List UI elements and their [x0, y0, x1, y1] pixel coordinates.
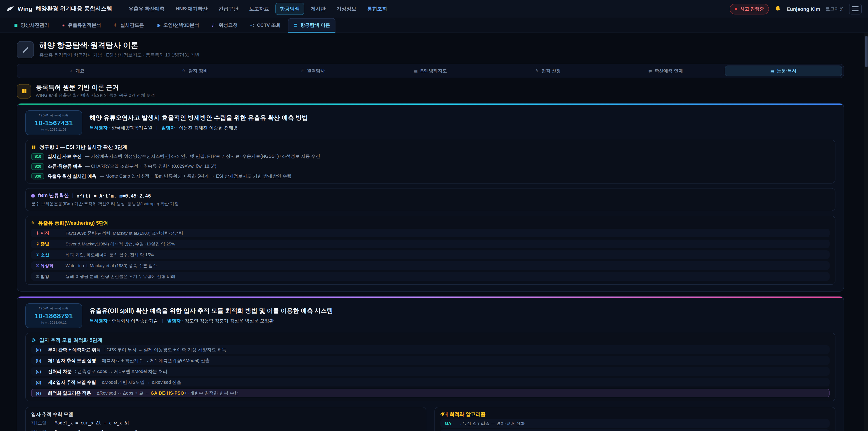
incident-status-label: 사고 진행중 — [740, 6, 764, 12]
patent-number: 10-1868791 — [30, 312, 77, 319]
fbm-bullet-icon — [31, 194, 35, 197]
section-subtitle: WING 탑재 유출유 확산예측 시스템의 특허 원문 2건 전체 분석 — [36, 93, 155, 98]
subnav: ▣ 영상사진관리 ◈ 유출유면적분석 ✈ 실시간드론 ◉ 오염/선박3D분석 ☄… — [0, 18, 868, 33]
user-name[interactable]: Eunjeong Kim — [786, 6, 820, 11]
claim-title: 청구항 1 — ESI 기반 실시간 확산 3단계 — [31, 144, 830, 150]
globe-icon: ◐ — [70, 69, 73, 73]
paper-icon: ▤ — [770, 69, 774, 73]
pencil-small-icon: ✎ — [535, 69, 539, 73]
logout-button[interactable]: 로그아웃 — [826, 6, 844, 12]
book-icon — [17, 84, 31, 98]
tab-papers-patents[interactable]: ▤ 논문·특허 — [724, 66, 842, 76]
nav-item-emergency-rescue[interactable]: 긴급구난 — [214, 3, 243, 15]
logo[interactable]: Wing 해양환경 위기대응 통합시스템 — [6, 5, 112, 13]
fbm-formula: σ²(t) = A·t^m, m=0.45~2.46 — [76, 193, 151, 198]
tab-esi-map[interactable]: ▦ ESI 방제지도 — [372, 66, 489, 76]
algorithm-box: 4대 최적화 알고리즘 GA : 유전 알고리즘 — 변이·교배 진화 DE :… — [434, 407, 835, 431]
plane-icon: ✈ — [182, 69, 186, 73]
claim-step-s30: S30 유출유 확산 실시간 예측 — Monte Carlo 입자추적 + f… — [31, 173, 830, 180]
fbm-title: fBm 난류확산 | σ²(t) = A·t^m, m=0.45~2.46 — [31, 193, 830, 199]
patent-card-1: 대한민국 등록특허 10-1567431 등록: 2015.11.03 해양 유… — [17, 103, 844, 291]
particle-model-box: 입자 추적 수학 모델 제1모델: Model_x = cur_x·Δt + c… — [25, 407, 426, 431]
hamburger-menu-icon[interactable] — [849, 3, 862, 14]
link-icon: ⇄ — [649, 69, 652, 73]
tab-remote-sensing[interactable]: ☄ 원격탐사 — [254, 66, 372, 76]
patent-1-header: 대한민국 등록특허 10-1567431 등록: 2015.11.03 해양 유… — [25, 110, 835, 135]
nav-item-weather-info[interactable]: 기상정보 — [332, 3, 361, 15]
nav-item-reports[interactable]: 보고자료 — [245, 3, 274, 15]
optimization-step-a: (a) 부이 관측 + 예측자료 취득 : GPS 부이 투하 → 실제 이동경… — [31, 345, 830, 354]
subtab-image-management[interactable]: ▣ 영상사진관리 — [8, 18, 55, 33]
weathering-box: ✎ 유출유 풍화(Weathering) 5단계 ① 퍼짐 Fay(1969):… — [25, 216, 835, 284]
subtab-satellite-request[interactable]: ☄ 위성요청 — [206, 18, 243, 33]
nav-item-aerial-search[interactable]: 항공탐색 — [276, 3, 305, 15]
patent-2-header: 대한민국 등록특허 10-1868791 등록: 2018.06.12 유출유(… — [25, 303, 835, 328]
tab-prediction-link[interactable]: ⇄ 확산예측 연계 — [607, 66, 725, 76]
satellite-icon: ☄ — [212, 23, 216, 28]
page-subtitle: 유출유 원격탐지·항공감시 기법 · ESI 방제정보지도 · 등록특허 10-… — [39, 52, 199, 59]
ship-3d-icon: ◉ — [157, 23, 160, 28]
incident-status-badge[interactable]: 사고 진행중 — [730, 3, 769, 14]
notification-bell-icon[interactable] — [774, 5, 781, 12]
nav-item-board[interactable]: 게시판 — [306, 3, 330, 15]
optimization-step-e: (e) 최적화 알고리즘 적용 : ΔRevised ↔ Δobs 비교 → G… — [31, 389, 830, 397]
weathering-row-spreading: ① 퍼짐 Fay(1969): 중력-관성력, Mackay et al.(19… — [31, 228, 830, 237]
patent-title: 해양 유류오염사고 발생시 효율적인 방제방안 수립을 위한 유출유 확산 예측… — [90, 115, 308, 122]
patent-number-box: 대한민국 등록특허 10-1868791 등록: 2018.06.12 — [25, 303, 82, 328]
optimization-step-c: (c) 전처리 차분 : 관측경로 Δobs ↔ 제1모델 ΔModel 차분 … — [31, 367, 830, 376]
satellite-small-icon: ☄ — [301, 69, 304, 73]
subtab-oil-area-analysis[interactable]: ◈ 유출유면적분석 — [56, 18, 106, 33]
algorithm-box-title: 4대 최적화 알고리즘 — [440, 411, 830, 417]
drone-icon: ✈ — [114, 23, 118, 28]
main-nav: 유출유 확산예측 HNS·대기확산 긴급구난 보고자료 항공탐색 게시판 기상정… — [124, 3, 723, 15]
algo-names-highlight: GA·DE·HS·PSO — [151, 391, 184, 396]
algo-row-ga: GA : 유전 알고리즘 — 변이·교배 진화 — [440, 419, 830, 428]
optimization-box: 입자 추적 모듈 최적화 5단계 (a) 부이 관측 + 예측자료 취득 : G… — [25, 333, 835, 401]
subtab-cctv-view[interactable]: ◎ CCTV 조회 — [245, 18, 286, 33]
fbm-box: fBm 난류확산 | σ²(t) = A·t^m, m=0.45~2.46 분수… — [25, 188, 835, 211]
patent-number: 10-1567431 — [30, 119, 77, 127]
card-gradient-bar — [17, 103, 844, 105]
patent-title: 유출유(Oil spill) 확산 예측을 위한 입자 추적 모듈 최적화 방법… — [90, 307, 333, 315]
nav-item-oil-spill-prediction[interactable]: 유출유 확산예측 — [124, 3, 169, 15]
claim-step-s20: S20 조류·취송류 예측 — CHARRY모델 조화분석 + 취송류 경험식(… — [31, 163, 830, 170]
pencil-icon: ✎ — [31, 221, 35, 225]
subtab-pollution-ship-3d[interactable]: ◉ 오염/선박3D분석 — [151, 18, 205, 33]
scrollbar[interactable] — [864, 33, 868, 431]
scrollbar-thumb[interactable] — [865, 36, 867, 67]
optimization-step-d: (d) 제2 입자 추적 모델 수립 : ΔModel 기반 제2모델 → ΔR… — [31, 378, 830, 387]
tab-area-calculation[interactable]: ✎ 면적 산정 — [489, 66, 607, 76]
weathering-title: ✎ 유출유 풍화(Weathering) 5단계 — [31, 220, 830, 226]
weathering-row-emulsification: ④ 유상화 Water-in-oil, Mackay et al.(1980) … — [31, 261, 830, 270]
weathering-row-dispersion: ③ 소산 쇄파 기인, 파도에너지·풍속 함수, 전체 약 15% — [31, 250, 830, 259]
theory-tab-bar: ◐ 개요 ✈ 탐지 장비 ☄ 원격탐사 ▦ ESI 방제지도 ✎ 면적 산정 ⇄… — [17, 64, 844, 79]
subtab-aerial-search-theory[interactable]: ▤ 항공탐색 이론 — [288, 18, 336, 33]
weathering-row-evaporation: ② 증발 Stiver & Mackay(1984) 해석적 방법, 수일~10… — [31, 239, 830, 248]
nav-item-integrated-search[interactable]: 통합조회 — [363, 3, 392, 15]
wing-logo-icon — [6, 6, 14, 12]
patent-reg-date: 등록: 2018.06.12 — [30, 320, 77, 325]
gear-icon — [31, 337, 36, 342]
tab-detection-equipment[interactable]: ✈ 탐지 장비 — [136, 66, 254, 76]
page-icon — [17, 41, 34, 58]
model-line-1: 제1모델: Model_x = cur_x·Δt + c·w_x·Δt — [31, 421, 421, 426]
brand-name: Wing — [18, 5, 33, 12]
cctv-icon: ◎ — [250, 23, 254, 28]
main-content: 해양 항공탐색·원격탐사 이론 유출유 원격탐지·항공감시 기법 · ESI 방… — [0, 33, 868, 431]
fbm-description: 분수 브라운운동(fBm) 기반 무작위 확산거리 생성. 등방성(isotro… — [31, 202, 830, 207]
section-title: 등록특허 원문 기반 이론 근거 — [36, 84, 155, 92]
step-badge: S10 — [31, 153, 44, 160]
algo-row-de: DE : 미분 진화 — 벡터 차이 기반 전역최적화 — [440, 429, 830, 431]
tab-overview[interactable]: ◐ 개요 — [19, 66, 136, 76]
subtab-realtime-drone[interactable]: ✈ 실시간드론 — [108, 18, 149, 33]
card-gradient-bar — [17, 296, 844, 298]
page-header: 해양 항공탐색·원격탐사 이론 유출유 원격탐지·항공감시 기법 · ESI 방… — [17, 41, 844, 59]
book-small-icon — [31, 145, 36, 150]
nav-item-hns-atmospheric[interactable]: HNS·대기확산 — [171, 3, 212, 15]
system-title: 해양환경 위기대응 통합시스템 — [36, 5, 112, 13]
incident-dot-icon — [735, 7, 738, 10]
topbar: Wing 해양환경 위기대응 통합시스템 유출유 확산예측 HNS·대기확산 긴… — [0, 0, 868, 18]
optimization-title: 입자 추적 모듈 최적화 5단계 — [31, 337, 830, 343]
patent-card-2: 대한민국 등록특허 10-1868791 등록: 2018.06.12 유출유(… — [17, 296, 844, 431]
model-line-2: 제2모델: Rev_x = a1·cur_x+a2·cur_y+...+a9 — [31, 430, 421, 431]
